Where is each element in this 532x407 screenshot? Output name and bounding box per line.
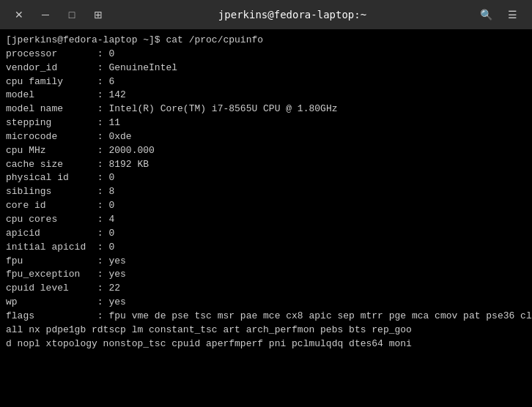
terminal-output[interactable]: [jperkins@fedora-laptop ~]$ cat /proc/cp…: [0, 29, 532, 407]
terminal-line-18: cpuid level : 22: [6, 282, 526, 296]
titlebar-right-controls: 🔍 ☰: [473, 1, 526, 28]
terminal-line-9: cache size : 8192 KB: [6, 158, 526, 172]
terminal-line-8: cpu MHz : 2000.000: [6, 144, 526, 158]
menu-button[interactable]: ☰: [500, 1, 526, 28]
terminal-line-16: fpu : yes: [6, 255, 526, 269]
search-button[interactable]: 🔍: [473, 1, 500, 28]
terminal-line-22: d nopl xtopology nonstop_tsc cpuid aperf…: [6, 337, 526, 351]
terminal-line-7: microcode : 0xde: [6, 130, 526, 144]
terminal-line-13: cpu cores : 4: [6, 213, 526, 227]
terminal-line-1: processor : 0: [6, 48, 526, 61]
terminal-line-12: core id : 0: [6, 199, 526, 213]
window-title: jperkins@fedora-laptop:~: [218, 9, 366, 20]
close-button[interactable]: ✕: [6, 1, 32, 28]
maximize-button[interactable]: □: [59, 1, 85, 28]
terminal-line-5: model name : Intel(R) Core(TM) i7-8565U …: [6, 102, 526, 116]
terminal-line-17: fpu_exception : yes: [6, 268, 526, 282]
window-controls: ✕ ─ □ ⊞: [6, 1, 111, 28]
terminal-line-19: wp : yes: [6, 296, 526, 310]
attach-button[interactable]: ⊞: [85, 1, 111, 28]
terminal-line-4: model : 142: [6, 89, 526, 102]
terminal-line-2: vendor_id : GenuineIntel: [6, 61, 526, 75]
terminal-line-0: [jperkins@fedora-laptop ~]$ cat /proc/cp…: [6, 34, 526, 48]
titlebar: ✕ ─ □ ⊞ jperkins@fedora-laptop:~ 🔍 ☰: [0, 0, 532, 29]
terminal-line-11: siblings : 8: [6, 185, 526, 199]
terminal-line-6: stepping : 11: [6, 116, 526, 130]
minimize-button[interactable]: ─: [32, 1, 59, 28]
terminal-line-15: initial apicid : 0: [6, 241, 526, 255]
terminal-line-21: all nx pdpe1gb rdtscp lm constant_tsc ar…: [6, 324, 526, 337]
terminal-line-20: flags : fpu vme de pse tsc msr pae mce c…: [6, 310, 526, 324]
terminal-line-14: apicid : 0: [6, 227, 526, 241]
terminal-line-3: cpu family : 6: [6, 75, 526, 89]
terminal-window: ✕ ─ □ ⊞ jperkins@fedora-laptop:~ 🔍 ☰ [jp…: [0, 0, 532, 407]
terminal-line-10: physical id : 0: [6, 171, 526, 185]
